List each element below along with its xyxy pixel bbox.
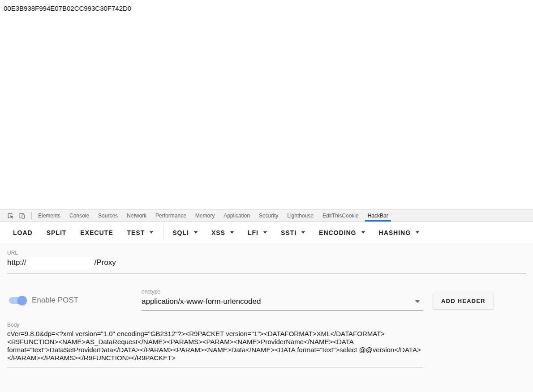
enctype-field: enctype application/x-www-form-urlencode…	[142, 289, 423, 311]
devtools-tool-icons	[0, 209, 30, 222]
dropdown-arrow-icon	[415, 300, 420, 303]
url-prefix: http://	[7, 258, 26, 267]
tab-lighthouse[interactable]: Lighthouse	[283, 209, 318, 222]
split-button-label: SPLIT	[47, 229, 67, 236]
url-field-label: URL	[7, 250, 526, 256]
tab-application[interactable]: Application	[219, 209, 254, 222]
device-toolbar-icon[interactable]	[16, 211, 28, 221]
test-menu-button[interactable]: TEST	[127, 229, 153, 236]
body-textarea[interactable]: cVer=9.8.0&dp=<?xml version="1.0" encodi…	[7, 330, 423, 367]
enctype-field-label: enctype	[142, 289, 423, 295]
split-button[interactable]: SPLIT	[47, 229, 67, 236]
url-field: URL http:///Proxy	[7, 250, 526, 273]
tab-console[interactable]: Console	[65, 209, 94, 222]
page-response-text: 00E3B938F994E07B02CC993C30F742D0	[4, 4, 529, 12]
tabbar-separator	[31, 212, 32, 219]
tab-editthiscookie[interactable]: EditThisCookie	[318, 209, 363, 222]
execute-button[interactable]: EXECUTE	[80, 229, 113, 236]
tab-sources[interactable]: Sources	[94, 209, 122, 222]
load-button-label: LOAD	[13, 229, 33, 236]
lfi-menu-button[interactable]: LFI	[248, 229, 267, 236]
hackbar-toolbar: LOAD SPLIT EXECUTE TEST SQLI XSS LFI SST…	[0, 222, 533, 243]
tab-security[interactable]: Security	[254, 209, 283, 222]
chevron-down-icon	[263, 231, 267, 234]
chevron-down-icon	[150, 231, 153, 234]
tab-performance[interactable]: Performance	[151, 209, 191, 222]
test-menu-label: TEST	[127, 229, 145, 236]
load-button[interactable]: LOAD	[13, 229, 33, 236]
enable-post-group: Enable POST	[7, 296, 142, 305]
page-content: 00E3B938F994E07B02CC993C30F742D0	[0, 0, 533, 209]
body-field: Body cVer=9.8.0&dp=<?xml version="1.0" e…	[7, 322, 423, 367]
chevron-down-icon	[230, 231, 234, 234]
xss-menu-label: XSS	[211, 229, 225, 236]
inspect-element-icon[interactable]	[4, 211, 16, 221]
body-field-label: Body	[7, 322, 423, 328]
toggle-thumb-icon	[17, 296, 27, 305]
hackbar-form: URL http:///Proxy Enable POST enctype ap…	[0, 243, 533, 392]
chevron-down-icon	[416, 231, 419, 234]
encoding-menu-button[interactable]: ENCODING	[319, 229, 365, 236]
enable-post-toggle[interactable]	[9, 297, 26, 304]
post-options-row: Enable POST enctype application/x-www-fo…	[7, 289, 526, 311]
redacted-host	[27, 258, 94, 268]
encoding-menu-label: ENCODING	[319, 229, 356, 236]
ssti-menu-button[interactable]: SSTI	[281, 229, 305, 236]
enctype-selected-value: application/x-www-form-urlencoded	[142, 297, 415, 306]
toolbar-separator	[163, 225, 163, 240]
tab-elements[interactable]: Elements	[34, 209, 65, 222]
sqli-menu-label: SQLI	[172, 229, 189, 236]
hashing-menu-label: HASHING	[379, 229, 411, 236]
xss-menu-button[interactable]: XSS	[211, 229, 234, 236]
enctype-select[interactable]: application/x-www-form-urlencoded	[142, 295, 423, 311]
url-suffix: /Proxy	[95, 258, 116, 267]
tab-hackbar[interactable]: HackBar	[363, 209, 393, 222]
enable-post-label: Enable POST	[32, 296, 78, 305]
execute-button-label: EXECUTE	[80, 229, 113, 236]
chevron-down-icon	[361, 231, 365, 234]
lfi-menu-label: LFI	[248, 229, 258, 236]
devtools-panel: Elements Console Sources Network Perform…	[0, 209, 533, 392]
tab-network[interactable]: Network	[122, 209, 151, 222]
hashing-menu-button[interactable]: HASHING	[379, 229, 420, 236]
sqli-menu-button[interactable]: SQLI	[172, 229, 198, 236]
chevron-down-icon	[301, 231, 305, 234]
chevron-down-icon	[194, 231, 198, 234]
add-header-button[interactable]: ADD HEADER	[433, 293, 494, 309]
ssti-menu-label: SSTI	[281, 229, 297, 236]
devtools-tabbar: Elements Console Sources Network Perform…	[0, 209, 533, 222]
tab-memory[interactable]: Memory	[191, 209, 219, 222]
url-input[interactable]: http:///Proxy	[7, 256, 526, 273]
